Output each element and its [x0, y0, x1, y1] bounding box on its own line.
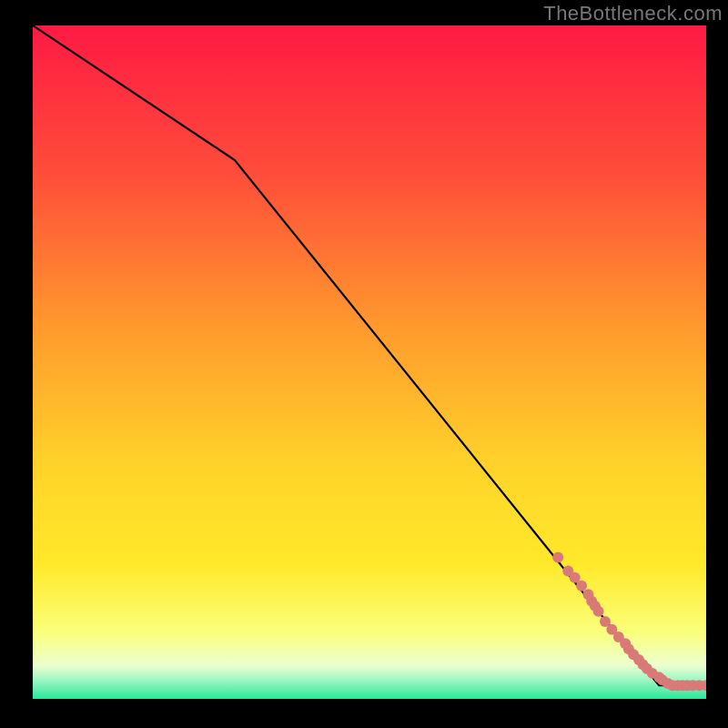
gradient-bg: [33, 25, 706, 699]
chart-frame: TheBottleneck.com: [0, 0, 728, 728]
watermark-text: TheBottleneck.com: [543, 2, 723, 25]
data-point: [552, 552, 563, 563]
plot-area: [33, 25, 706, 699]
data-point: [576, 581, 587, 592]
chart-svg: [33, 25, 706, 699]
data-point: [593, 606, 604, 617]
